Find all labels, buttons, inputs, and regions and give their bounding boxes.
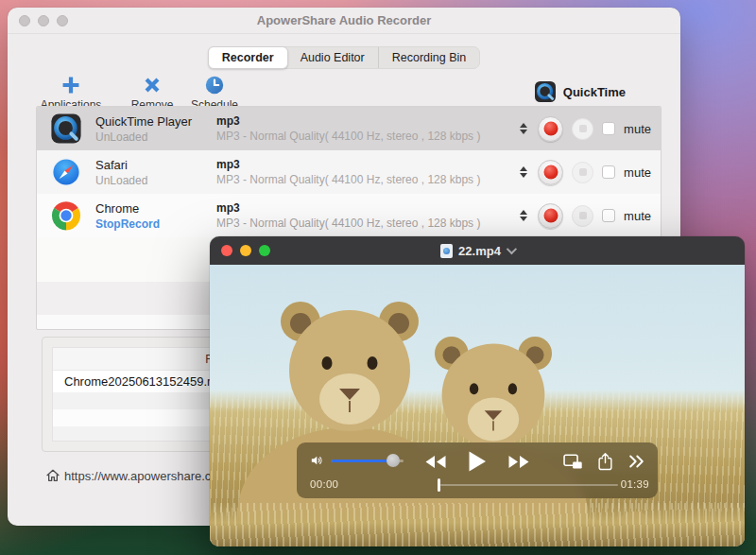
mute-label: mute xyxy=(624,122,651,136)
app-row-safari[interactable]: Safari UnLoaded mp3 MP3 - Normal Quality… xyxy=(37,150,661,194)
fast-forward-button[interactable] xyxy=(508,455,531,469)
current-time: 00:00 xyxy=(310,478,338,490)
format-name: mp3 xyxy=(216,158,520,171)
chevron-down-icon[interactable] xyxy=(507,244,517,254)
format-detail: MP3 - Normal Quality( 44100 Hz, stereo ,… xyxy=(216,173,520,186)
player-titlebar[interactable]: 22.mp4 xyxy=(210,236,745,265)
stop-button[interactable] xyxy=(572,162,593,183)
app-row-quicktime-player[interactable]: QuickTime Player UnLoaded mp3 MP3 - Norm… xyxy=(37,107,661,150)
minimize-button[interactable] xyxy=(38,15,49,26)
tab-recording-bin[interactable]: Recording Bin xyxy=(379,47,480,68)
chrome-icon xyxy=(50,199,82,232)
seek-bar[interactable] xyxy=(440,484,618,486)
mute-checkbox[interactable] xyxy=(602,165,615,179)
mute-checkbox[interactable] xyxy=(602,209,615,222)
quicktime-player-icon xyxy=(50,113,82,145)
app-row-chrome[interactable]: Chrome StopRecord mp3 MP3 - Normal Quali… xyxy=(37,194,661,237)
rewind-button[interactable] xyxy=(424,455,447,469)
playhead[interactable] xyxy=(438,478,440,492)
record-button[interactable] xyxy=(538,203,563,229)
grass-foreground xyxy=(210,503,745,546)
app-status: StopRecord xyxy=(95,217,216,231)
desktop: ApowerShare Audio Recorder Recorder Audi… xyxy=(0,0,756,555)
device-label: QuickTime xyxy=(563,85,626,99)
total-time: 01:39 xyxy=(621,478,649,490)
file-name: Chrome20250613152459.mp3 xyxy=(64,374,231,389)
volume-knob[interactable] xyxy=(387,454,400,467)
app-name: Chrome xyxy=(95,201,216,216)
mute-label: mute xyxy=(624,165,651,180)
share-button[interactable] xyxy=(597,452,613,471)
volume-slider[interactable] xyxy=(332,454,404,467)
close-button[interactable] xyxy=(19,15,30,26)
format-detail: MP3 - Normal Quality( 44100 Hz, stereo ,… xyxy=(216,130,520,143)
zoom-button[interactable] xyxy=(57,15,68,26)
clock-icon xyxy=(204,75,225,95)
format-stepper[interactable] xyxy=(520,121,529,136)
record-button[interactable] xyxy=(538,116,563,142)
device-header: QuickTime xyxy=(534,80,626,103)
stop-button[interactable] xyxy=(572,118,593,140)
volume-icon[interactable] xyxy=(309,453,325,468)
player-title-group[interactable]: 22.mp4 xyxy=(210,244,745,258)
window-title: ApowerShare Audio Recorder xyxy=(8,13,680,27)
video-file-icon xyxy=(440,244,453,258)
window-controls xyxy=(19,15,68,26)
format-name: mp3 xyxy=(216,201,520,215)
tab-recorder[interactable]: Recorder xyxy=(208,46,288,69)
app-status: UnLoaded xyxy=(95,174,216,187)
record-button[interactable] xyxy=(538,160,563,185)
tab-audio-editor[interactable]: Audio Editor xyxy=(287,47,379,68)
more-controls-button[interactable] xyxy=(627,454,645,469)
tab-bar: Recorder Audio Editor Recording Bin xyxy=(8,46,680,69)
mute-label: mute xyxy=(624,209,651,223)
playback-controls: 00:00 01:39 xyxy=(297,442,658,498)
video-title: 22.mp4 xyxy=(458,244,501,258)
recorder-titlebar[interactable]: ApowerShare Audio Recorder xyxy=(8,8,680,34)
format-stepper[interactable] xyxy=(520,208,529,223)
app-name: QuickTime Player xyxy=(95,114,216,129)
mute-checkbox[interactable] xyxy=(602,122,615,135)
video-area[interactable]: 00:00 01:39 xyxy=(210,265,745,546)
picture-in-picture-button[interactable] xyxy=(563,454,583,470)
plus-icon xyxy=(60,75,81,95)
app-status: UnLoaded xyxy=(95,130,216,144)
quicktime-icon xyxy=(534,80,557,103)
format-detail: MP3 - Normal Quality( 44100 Hz, stereo ,… xyxy=(216,217,520,230)
format-stepper[interactable] xyxy=(520,165,529,180)
app-name: Safari xyxy=(95,158,216,172)
x-icon xyxy=(142,75,163,95)
play-button[interactable] xyxy=(468,450,488,473)
safari-icon xyxy=(50,156,82,188)
format-name: mp3 xyxy=(216,114,520,128)
stop-button[interactable] xyxy=(572,205,593,227)
home-icon xyxy=(45,468,60,483)
player-window: 22.mp4 xyxy=(210,236,745,546)
